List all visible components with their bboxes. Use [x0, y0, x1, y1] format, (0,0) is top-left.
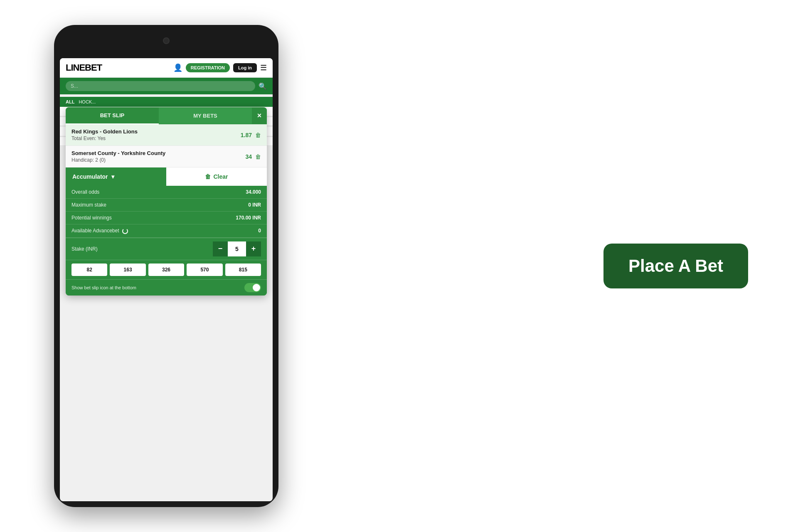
- registration-button[interactable]: REGISTRATION: [186, 63, 230, 72]
- clear-label: Clear: [213, 173, 228, 180]
- stake-value-display: 5: [228, 241, 246, 256]
- bet-item-1: Red Kings - Golden Lions Total Even: Yes…: [66, 124, 267, 146]
- max-stake-label: Maximum stake: [71, 202, 106, 208]
- quick-stake-815[interactable]: 815: [225, 264, 261, 276]
- max-stake-row: Maximum stake 0 INR: [66, 199, 267, 212]
- toggle-label: Show bet slip icon at the bottom: [71, 285, 136, 290]
- trash-icon-clear: 🗑: [205, 173, 211, 180]
- search-bar[interactable]: S...: [66, 81, 255, 91]
- potential-winnings-row: Potential winnings 170.00 INR: [66, 212, 267, 224]
- login-button[interactable]: Log in: [233, 63, 257, 72]
- menu-icon[interactable]: ☰: [260, 63, 267, 72]
- filter-shock: HOCK...: [79, 99, 96, 104]
- stats-section: Overall odds 34.000 Maximum stake 0 INR …: [66, 186, 267, 296]
- bet-2-teams: Somerset County - Yorkshire County: [71, 150, 245, 156]
- phone-camera: [163, 37, 170, 44]
- bet-1-market: Total Even: Yes: [71, 135, 241, 141]
- betslip-modal: BET SLIP MY BETS × Red Kings - Golden Li…: [66, 107, 267, 296]
- stake-minus-button[interactable]: −: [213, 241, 228, 256]
- stake-plus-button[interactable]: +: [246, 241, 261, 256]
- advancebet-value: 0: [258, 228, 261, 234]
- bet-1-teams: Red Kings - Golden Lions: [71, 128, 241, 135]
- remove-bet-1-button[interactable]: [255, 131, 261, 139]
- quick-stake-570[interactable]: 570: [187, 264, 222, 276]
- app-header: LINEBET 👤 REGISTRATION Log in ☰: [60, 58, 273, 78]
- bet-1-odds: 1.87: [241, 132, 252, 138]
- toggle-switch[interactable]: [244, 283, 261, 292]
- stake-row: Stake (INR) − 5 +: [66, 238, 267, 260]
- toggle-row: Show bet slip icon at the bottom: [66, 279, 267, 296]
- potential-winnings-label: Potential winnings: [71, 215, 112, 221]
- quick-stake-82[interactable]: 82: [71, 264, 107, 276]
- tab-mybets[interactable]: MY BETS: [159, 108, 252, 124]
- phone-screen: LINEBET 👤 REGISTRATION Log in ☰ S... 🔍 A…: [60, 58, 273, 501]
- stake-label: Stake (INR): [71, 246, 98, 252]
- accumulator-label: Accumulator: [72, 173, 108, 180]
- tab-betslip[interactable]: BET SLIP: [66, 107, 159, 124]
- quick-stake-326[interactable]: 326: [148, 264, 184, 276]
- chevron-down-icon: [111, 173, 114, 180]
- place-bet-container: Place A Bet: [603, 244, 748, 288]
- bet-2-odds: 34: [245, 153, 252, 160]
- advancebet-icon: [122, 228, 128, 234]
- user-icon: 👤: [173, 63, 182, 72]
- overall-odds-label: Overall odds: [71, 189, 99, 195]
- advancebet-label: Available Advancebet: [71, 228, 128, 234]
- bet-item-1-info: Red Kings - Golden Lions Total Even: Yes: [71, 128, 241, 141]
- accumulator-row: Accumulator 🗑 Clear: [66, 167, 267, 186]
- accumulator-button[interactable]: Accumulator: [66, 167, 166, 186]
- toggle-knob: [253, 284, 260, 291]
- quick-stakes-row: 82 163 326 570 815: [66, 260, 267, 279]
- bet-2-market: Handicap: 2 (0): [71, 157, 245, 163]
- remove-bet-2-button[interactable]: [255, 153, 261, 160]
- search-icon[interactable]: 🔍: [259, 82, 267, 90]
- max-stake-value: 0 INR: [248, 202, 261, 208]
- bet-item-2: Somerset County - Yorkshire County Handi…: [66, 146, 267, 167]
- phone-shell: LINEBET 👤 REGISTRATION Log in ☰ S... 🔍 A…: [54, 25, 278, 507]
- place-a-bet-button[interactable]: Place A Bet: [603, 244, 748, 288]
- sport-filter-row: ALL HOCK...: [60, 97, 273, 107]
- app-logo: LINEBET: [66, 62, 102, 73]
- stake-control: − 5 +: [213, 241, 261, 256]
- modal-header: BET SLIP MY BETS ×: [66, 107, 267, 124]
- quick-stake-163[interactable]: 163: [110, 264, 145, 276]
- green-nav-bar: S... 🔍: [60, 78, 273, 94]
- all-filter[interactable]: ALL: [66, 99, 74, 104]
- close-button[interactable]: ×: [252, 108, 267, 123]
- potential-winnings-value: 170.00 INR: [236, 215, 261, 221]
- overall-odds-row: Overall odds 34.000: [66, 186, 267, 199]
- header-actions: 👤 REGISTRATION Log in ☰: [173, 63, 267, 72]
- clear-button[interactable]: 🗑 Clear: [166, 167, 267, 186]
- overall-odds-value: 34.000: [246, 189, 261, 195]
- advancebet-row: Available Advancebet 0: [66, 224, 267, 238]
- bet-item-2-info: Somerset County - Yorkshire County Handi…: [71, 150, 245, 163]
